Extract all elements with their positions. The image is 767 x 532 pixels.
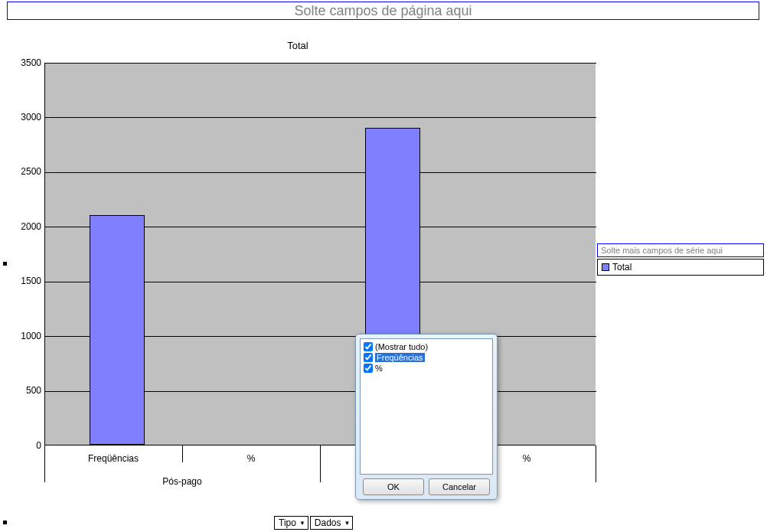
selection-handle-left[interactable] (3, 262, 7, 266)
chevron-down-icon: ▼ (344, 520, 351, 527)
filter-item-label: (Mostrar tudo) (375, 342, 428, 351)
tipo-label: Tipo (279, 517, 296, 528)
tipo-dropdown[interactable]: Tipo ▼ (274, 516, 308, 530)
y-tick-label: 1000 (12, 331, 41, 341)
legend-label: Total (612, 262, 632, 273)
legend-entry[interactable]: Total (597, 259, 764, 276)
series-field-drop-zone[interactable]: Solte mais campos de série aqui (597, 243, 764, 257)
cancel-button[interactable]: Cancelar (429, 478, 490, 495)
series-field-drop-label: Solte mais campos de série aqui (601, 246, 723, 255)
y-tick-label: 0 (12, 440, 41, 451)
page-field-drop-zone[interactable]: Solte campos de página aqui (7, 2, 759, 20)
filter-item-frequencias[interactable]: Freqüências (364, 352, 489, 363)
selection-handle-bottom-left[interactable] (3, 521, 7, 524)
x-separator (596, 446, 596, 482)
bar-1[interactable] (90, 215, 145, 445)
y-tick-label: 1500 (12, 276, 41, 286)
gridline (45, 172, 596, 173)
gridline (45, 117, 596, 118)
filter-item-percent[interactable]: % (364, 363, 489, 374)
filter-checkbox[interactable] (364, 353, 373, 362)
filter-popup: (Mostrar tudo) Freqüências % OK Cancelar (355, 334, 498, 500)
filter-item-label: % (375, 364, 383, 373)
x-tick-label: % (182, 453, 320, 464)
popup-button-row: OK Cancelar (360, 478, 493, 495)
filter-item-show-all[interactable]: (Mostrar tudo) (364, 341, 489, 352)
plot-background (44, 63, 596, 446)
y-tick-label: 3000 (12, 112, 41, 122)
dados-label: Dados (315, 517, 341, 528)
chart-title: Total (0, 40, 596, 51)
x-group-label: Pós-pago (44, 476, 320, 487)
legend-area: Solte mais campos de série aqui Total (597, 243, 764, 276)
legend-swatch (602, 263, 609, 271)
y-tick-label: 2500 (12, 166, 41, 177)
dados-dropdown[interactable]: Dados ▼ (310, 516, 354, 530)
y-tick-label: 3500 (12, 57, 41, 68)
filter-item-label: Freqüências (375, 353, 425, 362)
x-separator (320, 446, 321, 482)
filter-list[interactable]: (Mostrar tudo) Freqüências % (360, 338, 493, 475)
bottom-field-controls: Tipo ▼ Dados ▼ (274, 516, 353, 530)
chevron-down-icon: ▼ (299, 520, 305, 527)
y-tick-label: 2000 (12, 221, 41, 232)
x-tick-label: Freqüências (44, 453, 182, 464)
filter-checkbox[interactable] (364, 364, 373, 373)
gridline (45, 63, 596, 64)
filter-checkbox[interactable] (364, 342, 373, 351)
page-field-drop-label: Solte campos de página aqui (294, 3, 472, 19)
y-tick-label: 500 (12, 385, 41, 396)
ok-button[interactable]: OK (363, 478, 424, 495)
chart-plot-area: 0 500 1000 1500 2000 2500 3000 3500 Freq… (12, 63, 596, 487)
